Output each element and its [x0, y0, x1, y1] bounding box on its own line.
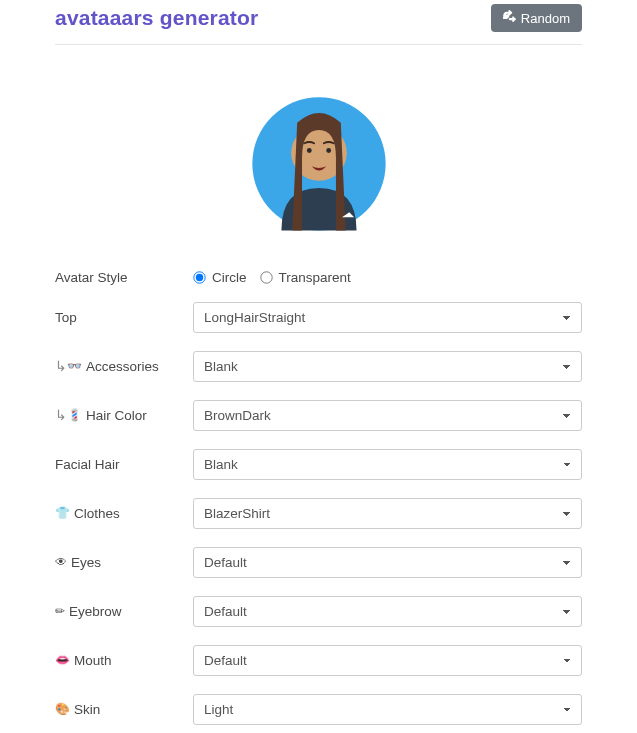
mouth-label: 👄 Mouth — [55, 653, 193, 668]
hair-color-select[interactable]: BrownDark — [193, 400, 582, 431]
glasses-icon: 👓 — [67, 359, 82, 373]
random-button-label: Random — [521, 11, 570, 26]
clothes-select[interactable]: BlazerShirt — [193, 498, 582, 529]
accessories-select[interactable]: Blank — [193, 351, 582, 382]
barber-icon: 💈 — [67, 408, 82, 422]
avatar-style-circle-radio[interactable] — [193, 271, 205, 283]
facial-hair-label: Facial Hair — [55, 457, 193, 472]
shirt-icon: 👕 — [55, 506, 70, 520]
eye-icon: 👁 — [55, 555, 67, 569]
accessories-label: ↳ 👓 Accessories — [55, 358, 193, 374]
top-select[interactable]: LongHairStraight — [193, 302, 582, 333]
facial-hair-select[interactable]: Blank — [193, 449, 582, 480]
svg-point-2 — [306, 148, 311, 153]
avatar-style-radio-group: Circle Transparent — [193, 270, 582, 285]
eyebrow-label: ✏ Eyebrow — [55, 604, 193, 619]
avatar-style-label: Avatar Style — [55, 270, 193, 285]
avatar-preview — [239, 79, 399, 239]
eyes-label: 👁 Eyes — [55, 555, 193, 570]
svg-point-3 — [326, 148, 331, 153]
skin-select[interactable]: Light — [193, 694, 582, 725]
random-button[interactable]: Random — [491, 4, 582, 32]
shuffle-icon — [503, 10, 516, 26]
avatar-style-transparent-radio[interactable] — [260, 271, 272, 283]
avatar-style-transparent-label[interactable]: Transparent — [279, 270, 351, 285]
eyes-select[interactable]: Default — [193, 547, 582, 578]
hair-color-label: ↳ 💈 Hair Color — [55, 407, 193, 423]
skin-label: 🎨 Skin — [55, 702, 193, 717]
palette-icon: 🎨 — [55, 702, 70, 716]
avatar-style-circle-label[interactable]: Circle — [212, 270, 247, 285]
pencil-icon: ✏ — [55, 604, 65, 618]
mouth-icon: 👄 — [55, 653, 70, 667]
page-title: avataaars generator — [55, 6, 258, 30]
top-label: Top — [55, 310, 193, 325]
eyebrow-select[interactable]: Default — [193, 596, 582, 627]
mouth-select[interactable]: Default — [193, 645, 582, 676]
clothes-label: 👕 Clothes — [55, 506, 193, 521]
